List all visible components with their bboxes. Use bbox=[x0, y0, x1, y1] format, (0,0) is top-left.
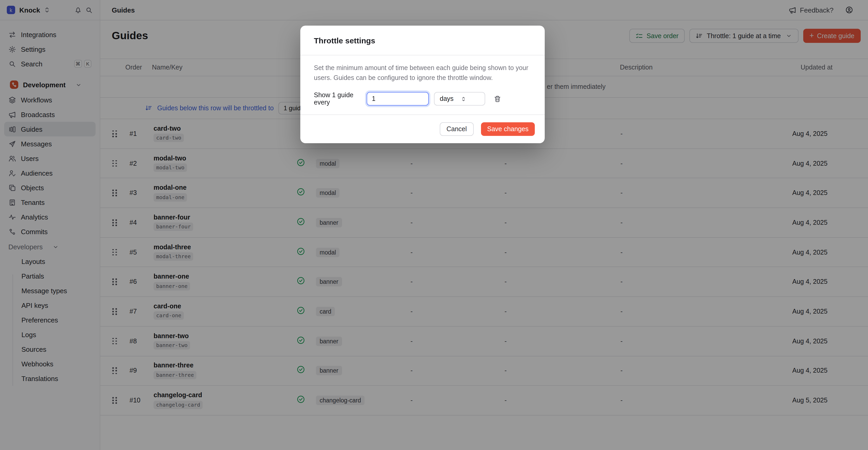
throttle-unit-select[interactable]: days bbox=[434, 92, 485, 106]
stepper-icon bbox=[460, 95, 480, 102]
throttle-amount-input[interactable] bbox=[367, 92, 429, 106]
modal-header: Throttle settings bbox=[300, 26, 545, 55]
cancel-button[interactable]: Cancel bbox=[440, 122, 474, 136]
throttle-settings-modal: Throttle settings Set the minimum amount… bbox=[300, 26, 545, 143]
app: k Knock IntegrationsSettingsSearch⌘KDeve… bbox=[0, 0, 868, 450]
delete-throttle-button[interactable] bbox=[494, 95, 501, 103]
throttle-form-row: Show 1 guide every days bbox=[314, 92, 531, 106]
save-changes-button[interactable]: Save changes bbox=[481, 122, 535, 136]
modal-description: Set the minimum amount of time between e… bbox=[314, 63, 531, 83]
trash-icon bbox=[494, 95, 501, 103]
modal-title: Throttle settings bbox=[314, 36, 375, 45]
modal-footer: Cancel Save changes bbox=[300, 114, 545, 143]
modal-body: Set the minimum amount of time between e… bbox=[300, 55, 545, 114]
throttle-interval-label: Show 1 guide every bbox=[314, 91, 367, 106]
